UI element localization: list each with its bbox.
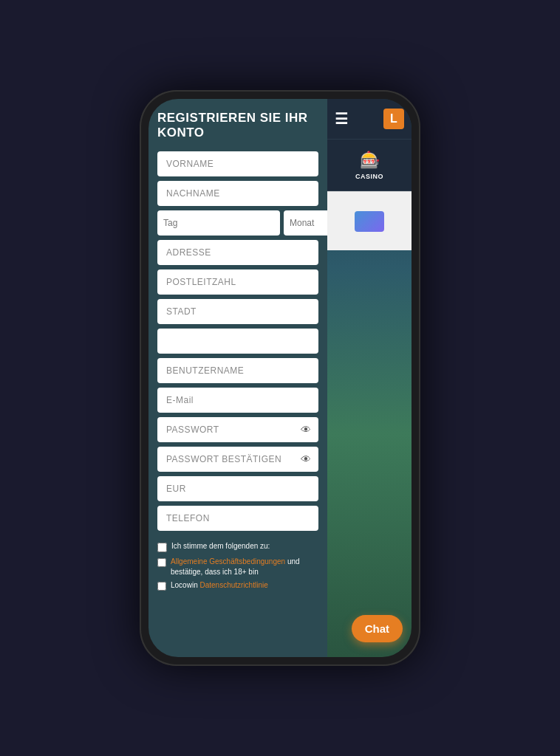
nachname-input[interactable] [157,181,318,206]
payment-icon [355,211,384,232]
datenschutz-link[interactable]: Datenschutzrichtlinie [199,581,267,589]
monat-input[interactable] [284,210,327,236]
main-checkbox-row: Ich stimme dem folgenden zu: [157,541,318,552]
chat-button[interactable]: Chat [352,615,403,642]
logo-badge: L [383,109,404,129]
passwort-eye-icon[interactable]: 👁 [301,424,311,436]
slot-machine-icon: 🎰 [360,151,380,170]
passwort-bestaetigen-input[interactable] [157,447,318,472]
passwort-bestaetigen-eye-icon[interactable]: 👁 [301,453,311,465]
telefon-input[interactable] [157,506,318,531]
bg-panel: ☰ L 🎰 CASINO W [327,99,412,657]
agb-checkbox-row: Allgemeine Geschäftsbedingungen und best… [157,557,318,577]
form-title: REGISTRIEREN SIE IHR KONTO [157,111,318,141]
datenschutz-checkbox-row: Locowin Datenschutzrichtlinie [157,580,318,591]
postleitzahl-input[interactable] [157,269,318,295]
casino-icon-area: 🎰 CASINO [327,140,412,191]
hamburger-icon[interactable]: ☰ [335,110,348,128]
tag-input[interactable] [157,210,280,236]
agb-checkbox-label: Allgemeine Geschäftsbedingungen und best… [171,557,318,577]
bottom-payment-area [327,191,412,250]
main-checkbox[interactable] [157,543,167,552]
passwort-bestaetigen-wrapper: 👁 [157,447,318,472]
phone-frame: REGISTRIEREN SIE IHR KONTO Deutschland [140,90,420,666]
agb-link[interactable]: Allgemeine Geschäftsbedingungen [171,557,285,566]
adresse-input[interactable] [157,240,318,265]
agb-checkbox[interactable] [157,558,166,567]
stadt-input[interactable] [157,299,318,324]
eur-input[interactable] [157,476,318,501]
checkbox-section: Ich stimme dem folgenden zu: Allgemeine … [157,541,318,591]
datenschutz-checkbox[interactable] [157,582,166,591]
date-row [157,210,318,236]
form-panel: REGISTRIEREN SIE IHR KONTO Deutschland [148,99,327,657]
datenschutz-checkbox-label: Locowin Datenschutzrichtlinie [171,580,268,591]
land-input[interactable]: Deutschland [157,329,318,354]
vorname-input[interactable] [157,151,318,176]
top-nav: ☰ L [327,99,412,140]
casino-label: CASINO [355,173,383,180]
passwort-wrapper: 👁 [157,417,318,442]
main-checkbox-label: Ich stimme dem folgenden zu: [171,541,270,551]
phone-screen: REGISTRIEREN SIE IHR KONTO Deutschland [148,99,412,657]
passwort-input[interactable] [157,417,318,442]
benutzername-input[interactable] [157,358,318,383]
email-input[interactable] [157,388,318,413]
